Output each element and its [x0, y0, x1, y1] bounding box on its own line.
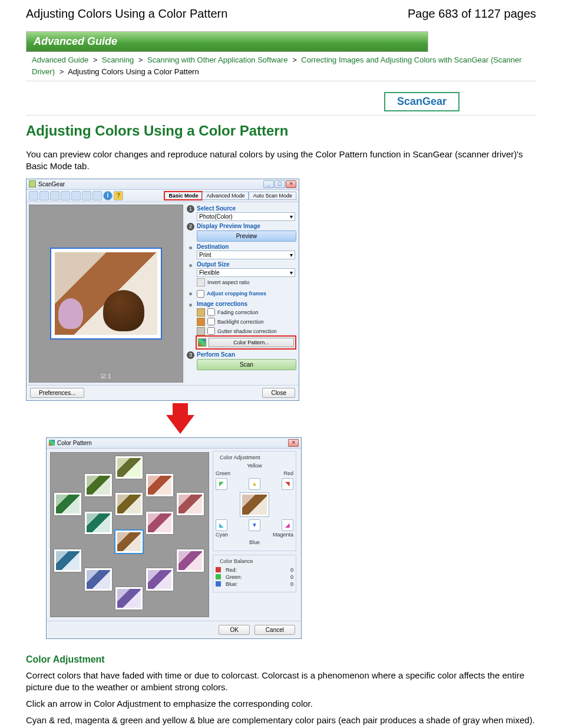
adjust-crop-checkbox[interactable] — [197, 290, 204, 298]
breadcrumb: Advanced Guide > Scanning > Scanning wit… — [26, 52, 536, 81]
cyan-arrow-button[interactable]: ◣ — [216, 519, 227, 531]
gutter-label: Gutter shadow correction — [217, 328, 277, 334]
balance-red-value: 0 — [290, 567, 293, 573]
arrow-down-icon — [166, 415, 194, 434]
pattern-thumb[interactable] — [115, 493, 143, 515]
backlight-icon — [197, 318, 205, 326]
page-header: Adjusting Colors Using a Color Pattern P… — [26, 7, 536, 21]
preferences-button[interactable]: Preferences... — [30, 388, 84, 398]
preview-photo[interactable] — [50, 248, 162, 340]
breadcrumb-current: Adjusting Colors Using a Color Pattern — [68, 67, 199, 76]
pattern-thumb[interactable] — [85, 512, 112, 534]
dialog-close-button[interactable]: ✕ — [288, 439, 299, 447]
balance-blue-label: Blue: — [226, 581, 238, 587]
invert-ar-icon[interactable] — [197, 278, 205, 286]
pattern-thumb[interactable] — [85, 474, 112, 496]
green-arrow-button[interactable]: ◤ — [216, 478, 227, 490]
maximize-button[interactable]: ▢ — [275, 180, 285, 188]
page-indicator: Page 683 of 1127 pages — [408, 7, 536, 21]
pattern-thumb[interactable] — [115, 456, 143, 479]
pattern-thumb[interactable] — [146, 512, 173, 534]
step-dot — [189, 246, 192, 249]
blue-arrow-button[interactable]: ▼ — [249, 519, 260, 531]
help-icon[interactable]: ? — [114, 191, 123, 200]
balance-green-label: Green: — [226, 574, 242, 580]
pattern-thumb-selected[interactable] — [115, 531, 143, 553]
minimize-button[interactable]: _ — [263, 180, 274, 188]
pattern-thumb[interactable] — [146, 474, 173, 496]
breadcrumb-link[interactable]: Scanning — [102, 55, 134, 64]
color-pattern-grid — [50, 452, 209, 617]
step-1-icon: 1 — [187, 205, 194, 213]
ok-button[interactable]: OK — [219, 625, 249, 635]
magenta-arrow-button[interactable]: ◢ — [282, 519, 293, 531]
cancel-button[interactable]: Cancel — [254, 625, 295, 635]
select-source-dropdown[interactable]: Photo(Color)▾ — [197, 212, 295, 221]
tab-advanced-mode[interactable]: Advanced Mode — [202, 192, 249, 200]
color-pattern-button[interactable]: Color Pattern... — [209, 338, 294, 347]
pattern-thumb[interactable] — [146, 568, 173, 591]
step-dot — [189, 264, 192, 267]
scangear-window: ScanGear _ ▢ ✕ i ? Basic Mode — [26, 179, 299, 401]
red-swatch — [216, 567, 221, 572]
toolbar-icon[interactable] — [50, 191, 59, 200]
toolbar-icon[interactable] — [29, 191, 38, 200]
balance-row-blue: Blue: 0 — [216, 581, 293, 587]
balance-red-label: Red: — [226, 567, 237, 573]
pattern-thumb[interactable] — [177, 549, 204, 572]
balance-green-value: 0 — [290, 574, 293, 580]
page-title: Adjusting Colors Using a Color Pattern — [26, 7, 227, 21]
window-title: ScanGear — [38, 181, 65, 187]
destination-label: Destination — [197, 243, 295, 250]
yellow-arrow-button[interactable]: ▲ — [249, 478, 260, 490]
color-balance-legend: Color Balance — [218, 558, 255, 564]
color-pattern-dialog: Color Pattern ✕ — [46, 437, 302, 639]
gutter-icon — [197, 327, 205, 335]
close-button[interactable]: ✕ — [286, 180, 296, 188]
info-icon[interactable]: i — [103, 191, 113, 200]
gutter-checkbox[interactable] — [207, 327, 215, 335]
backlight-checkbox[interactable] — [207, 318, 215, 325]
breadcrumb-link[interactable]: Scanning with Other Application Software — [147, 55, 287, 64]
destination-dropdown[interactable]: Print▾ — [197, 251, 295, 259]
toolbar-icon[interactable] — [39, 191, 49, 200]
toolbar-icon[interactable] — [61, 191, 70, 200]
select-source-label: Select Source — [197, 205, 295, 212]
breadcrumb-link[interactable]: Advanced Guide — [32, 55, 88, 64]
titlebar: ScanGear _ ▢ ✕ — [27, 179, 299, 190]
fading-label: Fading correction — [217, 309, 259, 315]
color-pattern-highlight: Color Pattern... — [197, 337, 295, 348]
blue-swatch — [216, 581, 221, 587]
close-button[interactable]: Close — [262, 388, 295, 398]
pattern-thumb[interactable] — [85, 568, 112, 591]
intro-paragraph: You can preview color changes and reprod… — [26, 149, 536, 173]
guide-banner: Advanced Guide — [26, 31, 428, 52]
yellow-label: Yellow — [247, 463, 262, 469]
output-size-dropdown[interactable]: Flexible▾ — [197, 268, 295, 277]
breadcrumb-sep: > — [292, 55, 297, 64]
breadcrumb-sep: > — [93, 55, 98, 64]
pattern-thumb[interactable] — [54, 549, 81, 572]
toolbar-icon[interactable] — [92, 191, 102, 200]
balance-row-green: Green: 0 — [216, 574, 293, 580]
preview-area: ☑ 1 — [29, 205, 183, 383]
toolbar-icon[interactable] — [82, 191, 91, 200]
color-adjustment-group: Color Adjustment Yellow Green Red ◤ ▲ ◥ … — [213, 451, 296, 551]
pattern-thumb[interactable] — [54, 493, 81, 515]
toolbar-icon[interactable] — [71, 191, 81, 200]
app-icon — [29, 180, 36, 187]
pattern-thumb[interactable] — [115, 587, 143, 610]
image-corrections-label: Image corrections — [197, 301, 295, 307]
tab-basic-mode[interactable]: Basic Mode — [164, 192, 202, 200]
fading-checkbox[interactable] — [207, 308, 215, 316]
balance-blue-value: 0 — [290, 581, 293, 587]
preview-button[interactable]: Preview — [197, 230, 296, 242]
arrow-down-icon — [173, 403, 188, 416]
step-dot — [189, 304, 192, 307]
divider — [26, 115, 536, 116]
pattern-thumb[interactable] — [177, 493, 204, 515]
red-arrow-button[interactable]: ◥ — [282, 478, 293, 490]
green-label: Green — [216, 470, 230, 476]
tab-auto-scan-mode[interactable]: Auto Scan Mode — [249, 192, 296, 200]
scan-button[interactable]: Scan — [197, 359, 296, 370]
